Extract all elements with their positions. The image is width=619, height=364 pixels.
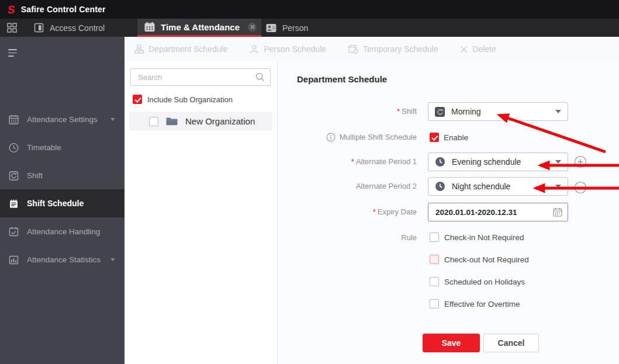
grid-icon xyxy=(7,23,17,33)
toolbar-label: Temporary Schedule xyxy=(363,44,438,54)
sidebar-item-shift[interactable]: Shift xyxy=(0,161,125,189)
door-icon xyxy=(34,23,44,33)
org-chart-icon xyxy=(134,44,144,54)
sidebar-item-attendance-handling[interactable]: Attendance Handling xyxy=(0,217,125,245)
check-in-not-required-checkbox[interactable] xyxy=(430,233,439,242)
rule-label: Rule xyxy=(278,233,417,242)
folder-icon xyxy=(166,117,178,126)
rule-option-row: Check-out Not Required xyxy=(430,255,529,265)
safire-logo: S xyxy=(7,4,16,15)
add-period-button[interactable] xyxy=(574,155,587,168)
id-card-icon xyxy=(266,23,276,33)
schedule-notepad-icon xyxy=(8,198,19,209)
x-icon xyxy=(460,46,468,53)
tree-node-label: New Organization xyxy=(185,116,255,126)
tab-person[interactable]: Person xyxy=(266,19,324,37)
delete-button[interactable]: Delete xyxy=(460,44,496,54)
department-schedule-form: Department Schedule *Shift Morning Multi… xyxy=(278,61,619,364)
effective-for-overtime-checkbox[interactable] xyxy=(430,299,439,308)
sidebar-item-attendance-statistics[interactable]: Attendance Statistics xyxy=(0,245,125,273)
rule-option-label: Effective for Overtime xyxy=(444,299,520,309)
rule-option-label: Check-out Not Required xyxy=(444,255,529,265)
tab-label: Access Control xyxy=(50,23,105,33)
alternate-period-1-dropdown[interactable]: Evening schendule xyxy=(428,152,568,171)
toolbar-label: Department Schedule xyxy=(148,44,227,54)
calendar-settings-icon xyxy=(8,114,19,125)
search-input[interactable] xyxy=(137,72,255,82)
alternate-period-1-label: *Alternate Period 1 xyxy=(278,157,417,167)
enable-checkbox[interactable] xyxy=(430,133,439,142)
shift-value: Morning xyxy=(451,107,481,116)
chevron-down-icon xyxy=(555,185,561,188)
multiple-shift-schedule-label: Multiple Shift Schedule xyxy=(278,133,417,142)
bar-chart-icon xyxy=(8,254,19,265)
info-icon[interactable] xyxy=(326,133,336,142)
organization-tree-panel: Include Sub Organization New Organizatio… xyxy=(125,61,278,364)
chevron-down-icon xyxy=(110,118,115,121)
sidebar-item-label: Shift xyxy=(27,171,43,180)
calendar-clock-icon xyxy=(348,44,358,54)
tab-label: Person xyxy=(282,23,308,33)
toolbar-label: Delete xyxy=(472,44,496,54)
sidebar: Attendance Settings Timetable Shift Shif… xyxy=(0,37,125,364)
cancel-button[interactable]: Cancel xyxy=(483,334,539,352)
search-box xyxy=(130,68,271,86)
tab-close-button[interactable] xyxy=(248,23,257,32)
save-button[interactable]: Save xyxy=(423,334,480,352)
tab-label: Time & Attendance xyxy=(161,22,240,32)
sidebar-item-timetable[interactable]: Timetable xyxy=(0,133,125,161)
person-icon xyxy=(250,44,259,54)
sidebar-item-shift-schedule[interactable]: Shift Schedule xyxy=(0,189,125,217)
scheduled-on-holidays-checkbox[interactable] xyxy=(430,277,439,286)
sidebar-item-label: Timetable xyxy=(27,143,61,152)
alternate-period-2-value: Night schendule xyxy=(452,182,510,191)
rule-option-label: Scheduled on Holidays xyxy=(444,277,525,287)
clock-icon xyxy=(435,181,445,192)
calendar-icon xyxy=(144,22,155,32)
include-sub-organization-label: Include Sub Organization xyxy=(147,95,233,104)
titlebar: S Safire Control Center xyxy=(0,0,619,19)
tab-time-attendance[interactable]: Time & Attendance xyxy=(137,19,261,37)
tree-node-checkbox[interactable] xyxy=(149,117,158,126)
include-sub-organization-row: Include Sub Organization xyxy=(133,95,233,104)
search-icon xyxy=(255,72,265,82)
main-content: Department Schedule Person Schedule Temp… xyxy=(125,37,619,364)
sidebar-item-attendance-settings[interactable]: Attendance Settings xyxy=(0,105,125,133)
check-out-not-required-checkbox[interactable] xyxy=(430,255,439,264)
plus-circle-icon xyxy=(574,155,587,168)
alternate-period-2-dropdown[interactable]: Night schendule xyxy=(428,177,568,196)
app-title: Safire Control Center xyxy=(21,5,106,14)
chevron-down-icon xyxy=(555,110,561,113)
shift-dropdown[interactable]: Morning xyxy=(428,102,568,121)
expiry-date-label: *Expiry Date xyxy=(278,207,417,217)
schedule-toolbar: Department Schedule Person Schedule Temp… xyxy=(125,37,619,61)
minus-circle-icon xyxy=(574,181,587,194)
apps-grid-button[interactable] xyxy=(7,23,17,33)
form-title: Department Schedule xyxy=(297,74,387,84)
expiry-date-input[interactable] xyxy=(435,208,553,217)
sidebar-item-label: Shift Schedule xyxy=(27,199,84,208)
menu-toggle-button[interactable] xyxy=(8,49,23,57)
enable-label: Enable xyxy=(444,133,468,142)
expiry-date-field xyxy=(428,203,568,221)
remove-period-button[interactable] xyxy=(574,181,587,194)
chevron-down-icon xyxy=(555,160,561,164)
close-icon xyxy=(250,25,255,29)
rule-option-row: Scheduled on Holidays xyxy=(430,277,525,287)
person-schedule-button[interactable]: Person Schedule xyxy=(250,44,326,54)
department-schedule-button[interactable]: Department Schedule xyxy=(134,44,227,54)
alternate-period-1-value: Evening schendule xyxy=(452,157,521,167)
rule-option-label: Check-in Not Required xyxy=(444,233,524,242)
chevron-down-icon xyxy=(110,258,115,261)
sidebar-item-label: Attendance Handling xyxy=(27,227,100,236)
clock-icon xyxy=(435,157,445,167)
tree-node-new-organization[interactable]: New Organization xyxy=(129,112,272,131)
include-sub-organization-checkbox[interactable] xyxy=(133,95,142,104)
rule-option-row: Effective for Overtime xyxy=(430,299,520,309)
shift-cycle-icon xyxy=(8,170,19,181)
calendar-picker-icon[interactable] xyxy=(553,207,562,217)
temporary-schedule-button[interactable]: Temporary Schedule xyxy=(348,44,438,54)
tab-access-control[interactable]: Access Control xyxy=(34,19,122,37)
shift-label: *Shift xyxy=(278,107,417,116)
clock-icon xyxy=(8,142,19,153)
